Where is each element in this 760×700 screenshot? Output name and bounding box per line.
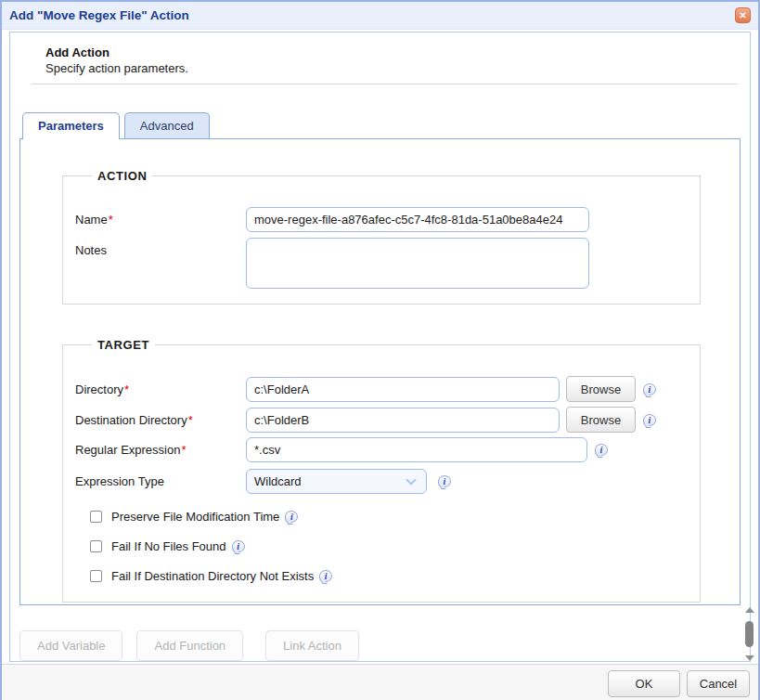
regular-expression-row: Regular Expression*: [75, 437, 700, 462]
scroll-down-icon[interactable]: [745, 655, 754, 661]
name-input[interactable]: [246, 207, 589, 232]
section-heading: Add Action: [45, 45, 741, 59]
required-marker: *: [109, 213, 113, 227]
directory-browse-button[interactable]: Browse: [566, 376, 636, 402]
divider: [32, 84, 738, 84]
scroll-up-icon[interactable]: [745, 607, 754, 613]
fail-no-files-label: Fail If No Files Found: [111, 539, 226, 553]
fail-dest-not-exists-label: Fail If Destination Directory Not Exists: [111, 569, 314, 583]
add-action-dialog: Add "Move Regex File" Action Add Action …: [0, 0, 760, 700]
regular-expression-input[interactable]: [246, 437, 587, 462]
add-function-button[interactable]: Add Function: [136, 630, 243, 661]
expression-type-value: Wildcard: [254, 474, 407, 488]
destination-info-icon[interactable]: [643, 414, 656, 426]
fail-no-files-info-icon[interactable]: [232, 540, 245, 552]
preserve-time-checkbox[interactable]: [90, 511, 102, 523]
tab-advanced[interactable]: Advanced: [124, 112, 210, 138]
destination-directory-input[interactable]: [246, 408, 560, 433]
notes-textarea[interactable]: [246, 238, 589, 289]
required-marker: *: [181, 443, 186, 457]
add-variable-button[interactable]: Add Variable: [19, 630, 122, 661]
parameters-tab-panel: ACTION Name* Notes TARGET Directory*: [19, 138, 741, 605]
directory-input[interactable]: [246, 377, 560, 402]
action-legend: ACTION: [92, 169, 152, 183]
preserve-time-info-icon[interactable]: [285, 511, 298, 523]
name-row: Name*: [75, 207, 700, 232]
regular-expression-info-icon[interactable]: [595, 444, 608, 456]
directory-row: Directory* Browse: [75, 376, 700, 402]
scrollbar-thumb[interactable]: [745, 621, 754, 647]
destination-directory-label: Destination Directory*: [75, 413, 246, 427]
dialog-title: Add "Move Regex File" Action: [9, 8, 189, 22]
preserve-time-row: Preserve File Modification Time: [90, 510, 700, 524]
expression-type-info-icon[interactable]: [438, 475, 451, 487]
tab-bar: Parameters Advanced: [22, 112, 741, 138]
vertical-scrollbar[interactable]: [743, 607, 755, 661]
target-fieldset: TARGET Directory* Browse Destination Dir…: [62, 338, 701, 603]
cancel-button[interactable]: Cancel: [687, 670, 750, 697]
regular-expression-label: Regular Expression*: [75, 443, 246, 457]
fail-dest-not-exists-checkbox[interactable]: [90, 570, 102, 582]
fail-no-files-checkbox[interactable]: [90, 540, 102, 552]
notes-label: Notes: [75, 243, 246, 257]
destination-browse-button[interactable]: Browse: [566, 407, 636, 433]
directory-info-icon[interactable]: [643, 383, 656, 395]
required-marker: *: [188, 413, 193, 427]
actions-bar: Add Variable Add Function Link Action: [19, 630, 741, 661]
expression-type-label: Expression Type: [75, 474, 246, 488]
link-action-button[interactable]: Link Action: [265, 630, 359, 661]
name-label: Name*: [75, 213, 246, 227]
chevron-down-icon: [406, 474, 416, 485]
target-legend: TARGET: [92, 338, 155, 352]
expression-type-row: Expression Type Wildcard: [75, 469, 700, 494]
action-fieldset: ACTION Name* Notes: [62, 169, 701, 305]
dialog-body: Add Action Specify action parameters. Pa…: [2, 30, 758, 664]
dialog-footer: OK Cancel: [2, 664, 758, 700]
dialog-titlebar: Add "Move Regex File" Action: [2, 2, 758, 30]
preserve-time-label: Preserve File Modification Time: [111, 510, 279, 524]
tab-parameters[interactable]: Parameters: [22, 112, 120, 139]
directory-label: Directory*: [75, 382, 246, 396]
notes-row: Notes: [75, 238, 700, 289]
expression-type-select[interactable]: Wildcard: [246, 469, 427, 494]
ok-button[interactable]: OK: [608, 670, 680, 697]
required-marker: *: [124, 382, 129, 396]
content-box: Add Action Specify action parameters. Pa…: [9, 32, 751, 662]
close-icon[interactable]: [735, 7, 751, 23]
fail-no-files-row: Fail If No Files Found: [90, 539, 700, 553]
section-subheading: Specify action parameters.: [45, 61, 741, 75]
fail-dest-not-exists-info-icon[interactable]: [319, 570, 332, 582]
destination-directory-row: Destination Directory* Browse: [75, 407, 700, 433]
fail-dest-not-exists-row: Fail If Destination Directory Not Exists: [90, 569, 700, 583]
